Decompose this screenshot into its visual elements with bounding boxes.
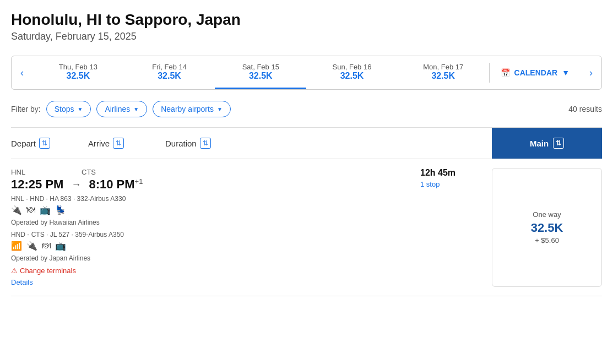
price-extra: + $5.60 — [535, 236, 559, 245]
date-selector-bar: ‹ Thu, Feb 13 32.5K Fri, Feb 14 32.5K Sa… — [11, 56, 602, 90]
entertainment-icon: 📺 — [40, 205, 51, 215]
date-label-4: Mon, Feb 17 — [402, 63, 485, 71]
change-terminals-label: Change terminals — [20, 267, 76, 275]
change-terminals-alert[interactable]: ⚠ Change terminals — [11, 267, 411, 275]
stop-info: 1 stop — [420, 180, 481, 188]
depart-time: 12:25 PM — [11, 177, 63, 192]
duration-sort-label: Duration — [165, 139, 197, 148]
duration-sort[interactable]: Duration ⇅ — [165, 131, 242, 155]
airlines-filter-chevron-icon: ▼ — [133, 106, 139, 112]
calendar-button[interactable]: 📅 CALENDAR ▼ — [489, 63, 581, 83]
stops-filter-chevron-icon: ▼ — [78, 106, 83, 112]
main-sort-label: Main — [530, 139, 549, 148]
day-offset: +1 — [135, 177, 143, 186]
date-label-0: Thu, Feb 13 — [37, 63, 120, 71]
power-icon-2: 🔌 — [26, 241, 37, 251]
airport-codes-row: HNL CTS — [11, 168, 411, 176]
date-item-3[interactable]: Sun, Feb 16 32.5K — [306, 56, 398, 89]
filter-label: Filter by: — [11, 105, 41, 113]
page-container: Honolulu, HI to Sapporo, Japan Saturday,… — [0, 0, 613, 307]
date-price-2: 32.5K — [219, 71, 302, 81]
date-price-0: 32.5K — [37, 71, 120, 81]
date-next-button[interactable]: › — [581, 61, 601, 85]
date-label-3: Sun, Feb 16 — [311, 63, 393, 71]
date-price-3: 32.5K — [311, 71, 393, 81]
airlines-filter-label: Airlines — [105, 105, 130, 113]
date-item-1[interactable]: Fri, Feb 14 32.5K — [124, 56, 215, 89]
sort-row: Depart ⇅ Arrive ⇅ Duration ⇅ Main ⇅ — [11, 127, 602, 159]
arrive-time-value: 8:10 PM — [89, 177, 134, 191]
wifi-icon: 📶 — [11, 241, 22, 251]
route2-info: HND - CTS · JL 527 · 359-Airbus A350 — [11, 231, 411, 238]
date-list: Thu, Feb 13 32.5K Fri, Feb 14 32.5K Sat,… — [32, 56, 489, 89]
airlines-filter-button[interactable]: Airlines ▼ — [96, 101, 147, 117]
nearby-airports-filter-label: Nearby airports — [161, 105, 214, 113]
depart-sort[interactable]: Depart ⇅ — [11, 131, 88, 155]
flight-amenities-2: 📶 🔌 🍽 📺 — [11, 241, 411, 251]
date-item-4[interactable]: Mon, Feb 17 32.5K — [398, 56, 489, 89]
operated-by-2: Operated by Japan Airlines — [11, 254, 411, 262]
page-title: Honolulu, HI to Sapporo, Japan — [11, 11, 602, 29]
filter-bar: Filter by: Stops ▼ Airlines ▼ Nearby air… — [11, 101, 602, 117]
flight-duration-col: 12h 45m 1 stop — [420, 168, 492, 287]
duration-value: 12h 45m — [420, 168, 481, 178]
flight-arrow-icon: → — [71, 179, 81, 191]
seat-icon: 💺 — [55, 205, 66, 215]
date-item-0[interactable]: Thu, Feb 13 32.5K — [32, 56, 124, 89]
nearby-airports-filter-chevron-icon: ▼ — [217, 106, 223, 112]
date-price-4: 32.5K — [402, 71, 485, 81]
main-sort-button[interactable]: Main ⇅ — [492, 128, 602, 159]
date-prev-button[interactable]: ‹ — [12, 61, 32, 85]
date-label-1: Fri, Feb 14 — [128, 63, 211, 71]
flight-amenities-1: 🔌 🍽 📺 💺 — [11, 205, 411, 215]
price-type: One way — [533, 210, 561, 219]
meal-icon-2: 🍽 — [42, 241, 51, 251]
flight-time-row: 12:25 PM → 8:10 PM+1 — [11, 177, 411, 192]
price-card[interactable]: One way 32.5K + $5.60 — [492, 168, 602, 287]
calendar-icon: 📅 — [501, 68, 510, 77]
route1-info: HNL - HND · HA 863 · 332-Airbus A330 — [11, 195, 411, 203]
depart-sort-icon: ⇅ — [39, 138, 50, 149]
date-label-2: Sat, Feb 15 — [219, 63, 302, 71]
date-price-1: 32.5K — [128, 71, 211, 81]
arrive-sort-icon: ⇅ — [113, 138, 124, 149]
arrive-sort[interactable]: Arrive ⇅ — [88, 131, 165, 155]
arrive-sort-label: Arrive — [88, 139, 110, 148]
results-count: 40 results — [568, 105, 602, 113]
warning-icon: ⚠ — [11, 267, 18, 275]
depart-airport-code: HNL — [11, 168, 25, 176]
depart-sort-label: Depart — [11, 139, 36, 148]
calendar-chevron-icon: ▼ — [562, 68, 569, 77]
operated-by-1: Operated by Hawaiian Airlines — [11, 219, 411, 226]
price-value: 32.5K — [531, 221, 563, 235]
nearby-airports-filter-button[interactable]: Nearby airports ▼ — [153, 101, 231, 117]
duration-sort-icon: ⇅ — [200, 138, 211, 149]
page-subtitle: Saturday, February 15, 2025 — [11, 31, 602, 42]
power-icon: 🔌 — [11, 205, 22, 215]
stops-filter-button[interactable]: Stops ▼ — [46, 101, 91, 117]
main-sort-icon: ⇅ — [553, 138, 564, 149]
flight-info: HNL CTS 12:25 PM → 8:10 PM+1 HNL - HND ·… — [11, 168, 420, 287]
calendar-label: CALENDAR — [514, 68, 558, 77]
entertainment-icon-2: 📺 — [55, 241, 66, 251]
flight-result: HNL CTS 12:25 PM → 8:10 PM+1 HNL - HND ·… — [11, 159, 602, 296]
date-item-2[interactable]: Sat, Feb 15 32.5K — [215, 56, 306, 89]
arrive-time: 8:10 PM+1 — [89, 177, 143, 192]
arrive-airport-code: CTS — [82, 168, 96, 176]
details-link[interactable]: Details — [11, 278, 33, 286]
meal-icon: 🍽 — [26, 205, 35, 215]
stops-filter-label: Stops — [55, 105, 74, 113]
